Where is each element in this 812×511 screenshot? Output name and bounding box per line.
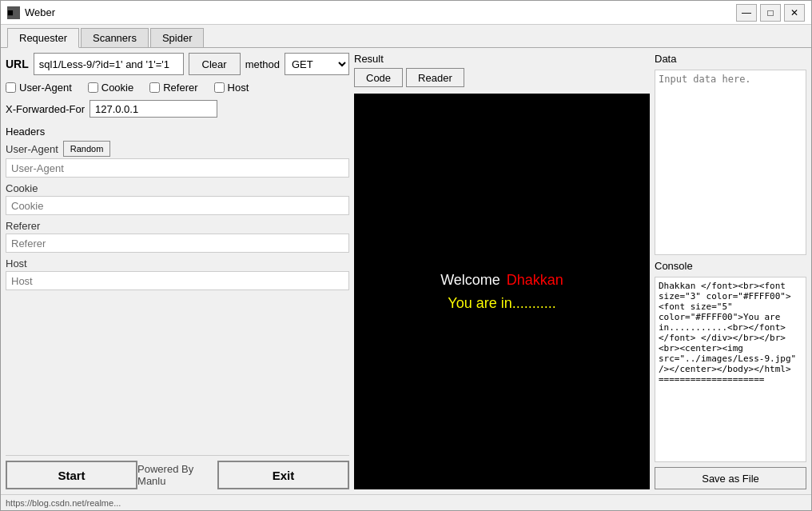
useragent-header-input[interactable] bbox=[6, 158, 349, 178]
powered-by: Powered By Manlu bbox=[137, 463, 217, 487]
method-label: method bbox=[245, 58, 280, 70]
referer-header-input[interactable] bbox=[6, 234, 349, 253]
useragent-label: User-Agent bbox=[19, 82, 72, 94]
result-title: Result bbox=[354, 53, 650, 65]
cookie-label: Cookie bbox=[102, 82, 133, 94]
tab-spider[interactable]: Spider bbox=[150, 28, 205, 47]
useragent-header-label: User-Agent Random bbox=[6, 141, 349, 157]
main-content: URL Clear method GET POST PUT DELETE HEA… bbox=[1, 48, 811, 494]
cookie-header-input[interactable] bbox=[6, 196, 349, 215]
url-label: URL bbox=[6, 58, 29, 70]
data-panel: Data Console Save as File bbox=[655, 53, 806, 489]
left-panel: URL Clear method GET POST PUT DELETE HEA… bbox=[6, 53, 349, 489]
title-bar-left: ■ Weber bbox=[7, 6, 55, 19]
data-textarea[interactable] bbox=[655, 70, 806, 255]
result-view-buttons: Code Reader bbox=[354, 68, 650, 87]
headers-section: Headers User-Agent Random Cookie bbox=[6, 126, 349, 452]
tab-requester[interactable]: Requester bbox=[7, 28, 79, 48]
host-label: Host bbox=[228, 82, 249, 94]
cookie-header-group: Cookie bbox=[6, 182, 349, 215]
xforward-label: X-Forwarded-For bbox=[6, 103, 85, 115]
referer-label: Referer bbox=[163, 82, 197, 94]
useragent-header-group: User-Agent Random bbox=[6, 141, 349, 178]
host-header-label: Host bbox=[6, 257, 349, 269]
headers-title: Headers bbox=[6, 126, 349, 138]
code-button[interactable]: Code bbox=[354, 68, 403, 87]
host-checkbox-label[interactable]: Host bbox=[214, 82, 249, 94]
xforward-input[interactable] bbox=[90, 100, 217, 118]
referer-header-label: Referer bbox=[6, 220, 349, 232]
tabs-bar: Requester Scanners Spider bbox=[1, 25, 811, 48]
url-row: URL Clear method GET POST PUT DELETE HEA… bbox=[6, 53, 349, 75]
cookie-checkbox[interactable] bbox=[88, 82, 98, 93]
url-input[interactable] bbox=[34, 53, 184, 75]
reader-button[interactable]: Reader bbox=[406, 68, 464, 87]
host-header-group: Host bbox=[6, 257, 349, 290]
welcome-text: Welcome bbox=[440, 272, 500, 289]
useragent-checkbox[interactable] bbox=[6, 82, 16, 93]
console-title: Console bbox=[655, 260, 806, 272]
referer-checkbox-label[interactable]: Referer bbox=[149, 82, 197, 94]
host-checkbox[interactable] bbox=[214, 82, 225, 93]
result-welcome-text: Welcome Dhakkan bbox=[440, 272, 563, 289]
host-header-input[interactable] bbox=[6, 271, 349, 290]
maximize-button[interactable]: □ bbox=[760, 4, 781, 22]
status-text: https://blog.csdn.net/realme... bbox=[6, 498, 121, 508]
method-select[interactable]: GET POST PUT DELETE HEAD bbox=[285, 53, 349, 75]
minimize-button[interactable]: — bbox=[736, 4, 757, 22]
exit-button[interactable]: Exit bbox=[217, 461, 349, 489]
title-bar: ■ Weber — □ ✕ bbox=[1, 1, 811, 25]
data-title: Data bbox=[655, 53, 806, 65]
title-controls: — □ ✕ bbox=[736, 4, 805, 22]
result-panel: Result Code Reader Welcome Dhakkan You a… bbox=[354, 53, 650, 489]
checkboxes-row: User-Agent Cookie Referer Host bbox=[6, 82, 349, 94]
useragent-checkbox-label[interactable]: User-Agent bbox=[6, 82, 72, 94]
bottom-row: Start Powered By Manlu Exit bbox=[6, 455, 349, 489]
window-title: Weber bbox=[25, 6, 55, 18]
result-name: Dhakkan bbox=[507, 272, 563, 289]
close-button[interactable]: ✕ bbox=[784, 4, 805, 22]
random-useragent-button[interactable]: Random bbox=[63, 141, 111, 157]
console-textarea[interactable] bbox=[655, 277, 806, 462]
xforward-row: X-Forwarded-For bbox=[6, 100, 349, 118]
clear-button[interactable]: Clear bbox=[189, 53, 241, 75]
tab-scanners[interactable]: Scanners bbox=[81, 28, 149, 47]
result-display: Welcome Dhakkan You are in........... bbox=[354, 94, 650, 489]
start-button[interactable]: Start bbox=[6, 461, 137, 489]
save-as-file-button[interactable]: Save as File bbox=[655, 467, 806, 489]
referer-header-group: Referer bbox=[6, 220, 349, 253]
app-icon: ■ bbox=[7, 6, 20, 19]
status-bar: https://blog.csdn.net/realme... bbox=[1, 494, 811, 510]
referer-checkbox[interactable] bbox=[149, 82, 160, 93]
cookie-header-label: Cookie bbox=[6, 182, 349, 194]
result-you-are: You are in........... bbox=[448, 295, 555, 312]
main-window: ■ Weber — □ ✕ Requester Scanners Spider … bbox=[0, 0, 812, 511]
cookie-checkbox-label[interactable]: Cookie bbox=[88, 82, 133, 94]
